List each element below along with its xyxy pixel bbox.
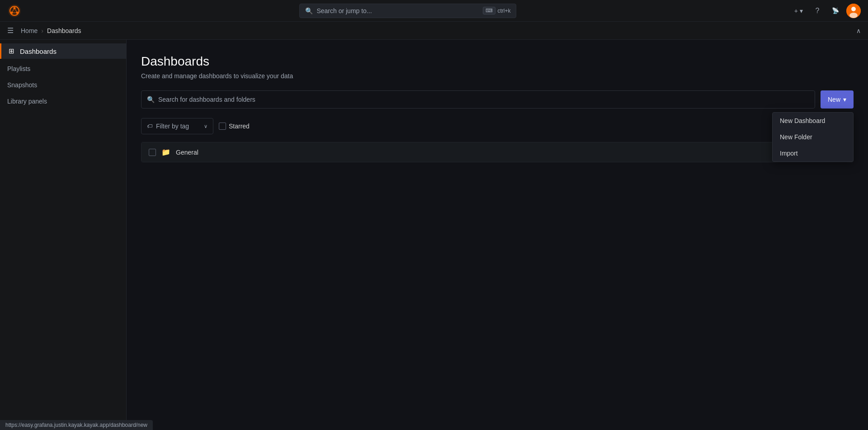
status-bar: https://easy.grafana.justin.kayak.kayak.… — [0, 420, 153, 430]
filter-row: 🏷 Filter by tag ∨ Starred ⬜ ≡ ⇅ Sort — [141, 118, 854, 135]
tag-icon: 🏷 — [147, 123, 152, 129]
sidebar-active-label: Dashboards — [20, 47, 57, 55]
main-layout: ⊞ Dashboards Playlists Snapshots Library… — [0, 40, 868, 430]
dashboard-search-bar[interactable]: 🔍 — [141, 90, 815, 109]
topnav-search-wrapper: 🔍 Search or jump to... ⌨ ctrl+k — [25, 4, 791, 18]
new-button-label: New — [828, 96, 840, 103]
page-title: Dashboards — [141, 54, 854, 69]
new-button-container: New ▾ New Dashboard New Folder Import — [821, 90, 854, 109]
new-button[interactable]: New ▾ — [821, 90, 854, 109]
shortcut-icon: ⌨ — [483, 7, 495, 14]
dashboard-search-input[interactable] — [158, 96, 809, 103]
search-placeholder-text: Search or jump to... — [316, 7, 372, 14]
new-button-chevron-icon: ▾ — [843, 96, 846, 103]
tag-filter-label: Filter by tag — [156, 123, 200, 130]
status-url: https://easy.grafana.justin.kayak.kayak.… — [5, 422, 147, 428]
row-checkbox[interactable] — [149, 149, 156, 156]
starred-filter[interactable]: Starred — [219, 123, 250, 130]
new-dropdown-menu: New Dashboard New Folder Import — [772, 112, 854, 162]
starred-label: Starred — [229, 123, 250, 130]
search-icon: 🔍 — [305, 7, 313, 14]
row-name: General — [176, 149, 198, 156]
sidebar: ⊞ Dashboards Playlists Snapshots Library… — [0, 40, 127, 430]
search-new-row: 🔍 New ▾ New Dashboard New Folder — [141, 90, 854, 109]
chevron-down-icon: ▾ — [800, 7, 803, 14]
dashboards-icon: ⊞ — [9, 47, 14, 55]
search-icon: 🔍 — [147, 96, 155, 103]
rss-icon: 📡 — [832, 7, 839, 14]
tag-filter-dropdown[interactable]: 🏷 Filter by tag ∨ — [141, 118, 213, 134]
dropdown-item-import[interactable]: Import — [773, 145, 853, 161]
new-folder-label: New Folder — [780, 133, 812, 141]
svg-point-10 — [849, 13, 858, 18]
topnav-right: + ▾ ? 📡 — [791, 4, 861, 18]
starred-checkbox[interactable] — [219, 123, 226, 130]
dropdown-item-new-folder[interactable]: New Folder — [773, 129, 853, 145]
help-button[interactable]: ? — [810, 4, 825, 18]
news-button[interactable]: 📡 — [828, 4, 843, 18]
sidebar-item-snapshots[interactable]: Snapshots — [0, 77, 126, 93]
grafana-logo[interactable] — [7, 4, 22, 18]
hamburger-menu-button[interactable]: ☰ — [7, 26, 14, 35]
breadcrumb-separator: › — [41, 27, 43, 34]
breadcrumb-collapse-button[interactable]: ∧ — [856, 27, 861, 34]
add-new-button[interactable]: + ▾ — [791, 5, 807, 16]
sidebar-item-library-panels[interactable]: Library panels — [0, 93, 126, 109]
sidebar-playlists-label: Playlists — [7, 65, 30, 72]
svg-point-9 — [851, 7, 856, 11]
help-icon: ? — [816, 7, 820, 15]
breadcrumb-bar: ☰ Home › Dashboards ∧ — [0, 22, 868, 40]
sidebar-snapshots-label: Snapshots — [7, 81, 37, 89]
breadcrumb-home[interactable]: Home — [21, 27, 38, 34]
filter-chevron-icon: ∨ — [204, 123, 208, 129]
sidebar-library-panels-label: Library panels — [7, 98, 47, 105]
sidebar-item-playlists[interactable]: Playlists — [0, 61, 126, 77]
global-search-bar[interactable]: 🔍 Search or jump to... ⌨ ctrl+k — [299, 4, 516, 18]
folder-icon: 📁 — [161, 148, 170, 156]
dashboard-table: 📁 General — [141, 142, 854, 162]
user-avatar[interactable] — [846, 4, 861, 18]
search-shortcut: ⌨ ctrl+k — [483, 7, 510, 14]
table-row[interactable]: 📁 General — [142, 142, 853, 162]
main-content: Dashboards Create and manage dashboards … — [127, 40, 868, 430]
page-subtitle: Create and manage dashboards to visualiz… — [141, 72, 854, 80]
dropdown-item-new-dashboard[interactable]: New Dashboard — [773, 113, 853, 129]
shortcut-key: ctrl+k — [497, 8, 510, 14]
topnav: 🔍 Search or jump to... ⌨ ctrl+k + ▾ ? 📡 — [0, 0, 868, 22]
plus-icon: + — [794, 7, 798, 14]
new-dashboard-label: New Dashboard — [780, 117, 825, 124]
import-label: Import — [780, 150, 798, 157]
breadcrumb-current: Dashboards — [47, 27, 81, 34]
sidebar-item-dashboards[interactable]: ⊞ Dashboards — [0, 43, 126, 59]
